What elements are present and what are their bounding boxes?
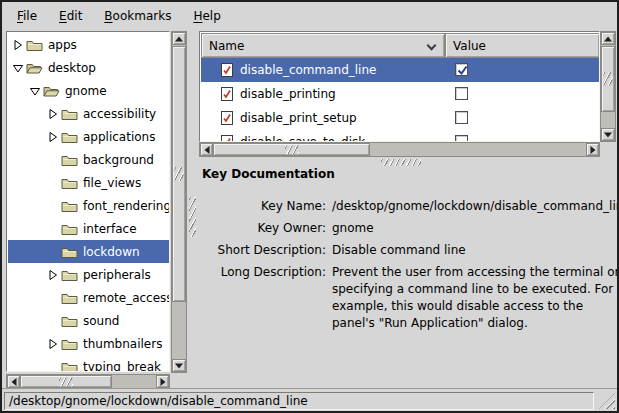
expander-icon (47, 177, 61, 189)
folder-icon (61, 245, 78, 259)
statusbar: /desktop/gnome/lockdown/disable_command_… (2, 388, 617, 411)
tree-item-font-rendering[interactable]: font_rendering (8, 194, 170, 217)
bool-key-icon (220, 87, 234, 101)
tree-item-lockdown[interactable]: lockdown (8, 240, 170, 263)
folder-icon (61, 130, 78, 144)
tree-item-applications[interactable]: applications (8, 125, 170, 148)
tree-item-interface[interactable]: interface (8, 217, 170, 240)
config-tree-rows: apps desktop gnome accessibility app (8, 33, 170, 372)
scroll-left-icon[interactable] (200, 143, 213, 156)
folder-icon (61, 268, 78, 282)
tree-item-remote-access[interactable]: remote_access (8, 286, 170, 309)
menu-help[interactable]: Help (182, 5, 231, 27)
tree-item-sound[interactable]: sound (8, 309, 170, 332)
list-row-disable-command-line[interactable]: disable_command_line (201, 58, 600, 82)
doc-field-label: Short Description: (202, 242, 326, 259)
list-hscroll-thumb[interactable] (213, 143, 370, 156)
tree-item-label: lockdown (83, 245, 140, 259)
config-tree: apps desktop gnome accessibility app (6, 31, 170, 372)
tree-item-label: peripherals (83, 268, 151, 282)
tree-item-gnome[interactable]: gnome (8, 79, 170, 102)
expander-icon[interactable] (12, 39, 26, 51)
tree-item-desktop[interactable]: desktop (8, 56, 170, 79)
doc-fields: Key Name: /desktop/gnome/lockdown/disabl… (202, 198, 619, 332)
doc-field-value: gnome (332, 220, 619, 237)
tree-item-peripherals[interactable]: peripherals (8, 263, 170, 286)
scroll-down-icon[interactable] (172, 359, 186, 372)
folder-icon (61, 291, 78, 305)
value-checkbox[interactable] (455, 135, 468, 142)
list-row-disable-print-setup[interactable]: disable_print_setup (201, 106, 600, 130)
gconf-editor-window: File Edit Bookmarks Help apps desktop gn… (0, 0, 619, 413)
value-checkbox[interactable] (455, 111, 468, 124)
sort-indicator-icon (427, 41, 437, 51)
expander-icon[interactable] (12, 62, 26, 74)
expander-icon[interactable] (29, 85, 43, 97)
expander-icon[interactable] (47, 338, 61, 350)
splitter-grip-icon (381, 159, 421, 166)
column-header-value[interactable]: Value (445, 33, 600, 58)
scroll-left-icon[interactable] (7, 375, 20, 388)
doc-field-label: Long Description: (202, 264, 326, 332)
tree-item-label: desktop (48, 61, 96, 75)
tree-item-apps[interactable]: apps (8, 33, 170, 56)
menu-bookmarks[interactable]: Bookmarks (93, 5, 182, 27)
vertical-pane-splitter[interactable] (188, 31, 198, 388)
statusbar-message: /desktop/gnome/lockdown/disable_command_… (4, 392, 594, 410)
scroll-up-icon[interactable] (172, 32, 186, 45)
horizontal-pane-splitter[interactable] (199, 158, 616, 167)
resize-grip-icon[interactable] (599, 393, 615, 409)
expander-icon (47, 154, 61, 166)
scroll-right-icon[interactable] (156, 375, 169, 388)
menu-file[interactable]: File (6, 5, 48, 27)
expander-icon (47, 223, 61, 235)
tree-vscroll-thumb[interactable] (172, 46, 186, 302)
tree-vertical-scrollbar[interactable] (171, 31, 187, 373)
expander-icon (47, 200, 61, 212)
doc-field-label: Key Name: (202, 198, 326, 215)
splitter-grip-icon (189, 197, 196, 237)
tree-item-label: thumbnailers (83, 337, 162, 351)
scroll-right-icon[interactable] (586, 143, 599, 156)
value-checkbox[interactable] (455, 63, 468, 76)
list-vertical-scrollbar[interactable] (600, 31, 616, 142)
tree-item-label: file_views (83, 176, 141, 190)
list-row-disable-save-to-disk[interactable]: disable_save_to_disk (201, 130, 600, 142)
tree-item-label: accessibility (83, 107, 156, 121)
tree-item-accessibility[interactable]: accessibility (8, 102, 170, 125)
tree-item-background[interactable]: background (8, 148, 170, 171)
tree-item-label: applications (83, 130, 155, 144)
list-vscroll-thumb[interactable] (601, 46, 615, 112)
key-name-label: disable_printing (240, 87, 336, 101)
tree-horizontal-scrollbar[interactable] (6, 374, 170, 389)
column-header-name[interactable]: Name (201, 33, 445, 58)
expander-icon (47, 292, 61, 304)
doc-field-label: Key Owner: (202, 220, 326, 237)
expander-icon[interactable] (47, 131, 61, 143)
expander-icon[interactable] (47, 269, 61, 281)
tree-item-label: background (83, 153, 154, 167)
folder-icon (61, 153, 78, 167)
key-list-header: Name Value (201, 33, 600, 58)
folder-icon (61, 222, 78, 236)
folder-icon (61, 107, 78, 121)
tree-item-file-views[interactable]: file_views (8, 171, 170, 194)
tree-item-thumbnailers[interactable]: thumbnailers (8, 332, 170, 355)
expander-icon (47, 315, 61, 327)
bool-key-icon (220, 63, 234, 77)
tree-item-label: font_rendering (83, 199, 170, 213)
expander-icon[interactable] (47, 108, 61, 120)
folder-icon (61, 337, 78, 351)
doc-field-value: /desktop/gnome/lockdown/disable_command_… (332, 198, 619, 215)
doc-panel-title: Key Documentation (202, 167, 335, 181)
tree-hscroll-thumb[interactable] (20, 375, 112, 388)
scroll-up-icon[interactable] (601, 32, 615, 45)
list-row-disable-printing[interactable]: disable_printing (201, 82, 600, 106)
value-checkbox[interactable] (455, 87, 468, 100)
tree-item-typing-break[interactable]: typing_break (8, 355, 170, 372)
doc-field-value: Prevent the user from accessing the term… (332, 264, 619, 332)
list-horizontal-scrollbar[interactable] (199, 142, 600, 157)
menu-edit[interactable]: Edit (48, 5, 93, 27)
folder-icon (26, 61, 43, 75)
scroll-down-icon[interactable] (601, 128, 615, 141)
